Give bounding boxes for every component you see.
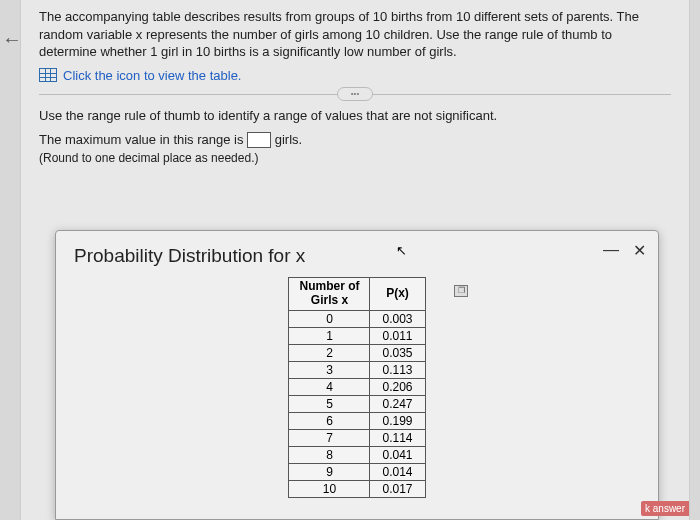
probability-table: Number ofGirls x P(x) 00.00310.01120.035… bbox=[288, 277, 425, 498]
table-row: 00.003 bbox=[289, 310, 425, 327]
modal-title: Probability Distribution for x bbox=[74, 245, 640, 267]
table-row: 40.206 bbox=[289, 378, 425, 395]
answer-suffix: girls. bbox=[275, 132, 302, 147]
col-header-px: P(x) bbox=[370, 278, 425, 311]
table-cell: 7 bbox=[289, 429, 370, 446]
table-cell: 9 bbox=[289, 463, 370, 480]
table-cell: 0 bbox=[289, 310, 370, 327]
table-row: 30.113 bbox=[289, 361, 425, 378]
table-row: 80.041 bbox=[289, 446, 425, 463]
back-arrow-icon[interactable]: ← bbox=[2, 28, 22, 51]
answer-badge[interactable]: k answer bbox=[641, 501, 689, 516]
table-icon bbox=[39, 68, 57, 82]
table-cell: 0.011 bbox=[370, 327, 425, 344]
cursor-icon: ↖ bbox=[396, 243, 407, 258]
question-prompt: Use the range rule of thumb to identify … bbox=[39, 107, 671, 125]
minimize-button[interactable]: — bbox=[603, 241, 619, 260]
col-header-x: Number ofGirls x bbox=[289, 278, 370, 311]
table-cell: 0.247 bbox=[370, 395, 425, 412]
content-area: The accompanying table describes results… bbox=[21, 0, 689, 174]
table-cell: 2 bbox=[289, 344, 370, 361]
table-cell: 0.206 bbox=[370, 378, 425, 395]
table-cell: 0.113 bbox=[370, 361, 425, 378]
table-cell: 4 bbox=[289, 378, 370, 395]
modal-controls: — ✕ bbox=[603, 241, 646, 260]
page-container: The accompanying table describes results… bbox=[20, 0, 690, 520]
table-cell: 3 bbox=[289, 361, 370, 378]
table-cell: 0.003 bbox=[370, 310, 425, 327]
answer-line: The maximum value in this range is girls… bbox=[39, 131, 671, 149]
divider-handle[interactable]: ••• bbox=[337, 87, 373, 101]
table-cell: 5 bbox=[289, 395, 370, 412]
rounding-hint: (Round to one decimal place as needed.) bbox=[39, 150, 671, 166]
close-button[interactable]: ✕ bbox=[633, 241, 646, 260]
table-cell: 0.017 bbox=[370, 480, 425, 497]
table-row: 100.017 bbox=[289, 480, 425, 497]
table-row: 90.014 bbox=[289, 463, 425, 480]
answer-prefix: The maximum value in this range is bbox=[39, 132, 243, 147]
table-cell: 0.199 bbox=[370, 412, 425, 429]
table-cell: 1 bbox=[289, 327, 370, 344]
table-cell: 0.035 bbox=[370, 344, 425, 361]
table-cell: 0.041 bbox=[370, 446, 425, 463]
view-table-label: Click the icon to view the table. bbox=[63, 67, 241, 85]
table-cell: 6 bbox=[289, 412, 370, 429]
intro-text: The accompanying table describes results… bbox=[39, 8, 671, 61]
table-row: 20.035 bbox=[289, 344, 425, 361]
table-cell: 10 bbox=[289, 480, 370, 497]
table-cell: 0.014 bbox=[370, 463, 425, 480]
copy-button[interactable]: ❐ bbox=[454, 285, 468, 297]
answer-input[interactable] bbox=[247, 132, 271, 148]
table-cell: 8 bbox=[289, 446, 370, 463]
table-row: 10.011 bbox=[289, 327, 425, 344]
table-row: 50.247 bbox=[289, 395, 425, 412]
table-row: 60.199 bbox=[289, 412, 425, 429]
probability-modal: — ✕ Probability Distribution for x ↖ ❐ N… bbox=[55, 230, 659, 520]
table-cell: 0.114 bbox=[370, 429, 425, 446]
table-row: 70.114 bbox=[289, 429, 425, 446]
view-table-link[interactable]: Click the icon to view the table. bbox=[39, 67, 671, 85]
